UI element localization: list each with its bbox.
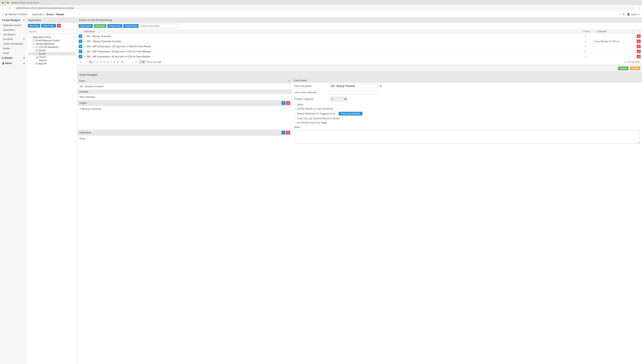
keep-last-checkbox[interactable]: ✓Keep Only Last Checked Record in Monito… bbox=[292, 116, 642, 120]
sidebar-item-job-streams[interactable]: Job Streams bbox=[0, 32, 26, 37]
schedule-section-header: Schedule bbox=[77, 90, 292, 94]
table-row[interactable]: ✎✔003 - WIP Outstanding > 120 days and >… bbox=[77, 44, 642, 49]
sidebar-item-eventpak[interactable]: EventPak▾ bbox=[0, 37, 26, 42]
pager-prev[interactable]: ‹ bbox=[85, 60, 87, 64]
app-search-input[interactable] bbox=[28, 30, 76, 34]
cancel-button[interactable]: Cancel bbox=[630, 66, 640, 70]
delete-icon[interactable]: ⊖ bbox=[637, 55, 641, 58]
table-row[interactable]: ✎✔004 - WIP Outstanding > 90 days and >=… bbox=[77, 49, 642, 54]
active-checkbox[interactable]: ✓Active bbox=[292, 102, 642, 107]
star-icon[interactable]: ☆ bbox=[638, 7, 640, 9]
sidebar-group-monitor[interactable]: 🖵 Monitor ▾ bbox=[0, 56, 26, 61]
url-field[interactable]: wolterskluwer.com/en-gb/solutions/softwa… bbox=[14, 6, 635, 10]
menu-icon[interactable]: ≡ bbox=[2, 13, 4, 16]
delete-icon[interactable]: ⊖ bbox=[637, 34, 641, 38]
add-schedule-link[interactable]: Add a Schedule bbox=[77, 94, 292, 100]
lookup-key-input[interactable] bbox=[330, 90, 378, 94]
expand-icon[interactable]: ⤢ bbox=[618, 13, 620, 16]
table-row[interactable]: ✎✔001 - Missing Timesheet1⊖ bbox=[77, 34, 642, 39]
trigger-item[interactable]: ⟳ Missing Timesheets bbox=[77, 106, 292, 112]
sidebar-group-event-designer[interactable]: ✎ Event Designer ▾ bbox=[0, 18, 26, 23]
tree-item-events[interactable]: ⚡Events bbox=[28, 52, 76, 56]
sidebar-item-application-events[interactable]: Application Events bbox=[0, 23, 26, 28]
user-menu[interactable]: 👤 admin ▾ bbox=[627, 13, 640, 16]
crumb-event[interactable]: Event bbox=[47, 13, 54, 16]
tree-item-reports[interactable]: 📄Reports bbox=[28, 59, 76, 62]
table-row[interactable]: ✎✔002. - Missing Timesheet Summary5Every… bbox=[77, 39, 642, 44]
new-app-button[interactable]: New App bbox=[28, 24, 40, 28]
notes-textarea[interactable] bbox=[294, 130, 640, 144]
pager-page[interactable]: 10 bbox=[120, 60, 124, 64]
remove-trigger-button[interactable]: ✕ bbox=[286, 101, 290, 105]
tree-item-cch-kpi[interactable]: ▾🖵CCH KPI Monitoring bbox=[28, 46, 76, 49]
settings-icon[interactable]: ⚙ bbox=[622, 13, 625, 16]
pager-page[interactable]: 4 bbox=[99, 60, 103, 64]
pager-page[interactable]: 6 bbox=[106, 60, 109, 64]
browser-tab-title[interactable]: Wolters Kluwer Tax & Accou... bbox=[12, 2, 41, 4]
deliverable-item[interactable]: Email bbox=[77, 136, 292, 142]
pager-page[interactable]: ... bbox=[124, 60, 128, 64]
delete-icon[interactable]: ⊖ bbox=[637, 44, 641, 48]
show-tracked-button[interactable]: Show tracked items bbox=[339, 112, 362, 116]
delete-app-button[interactable]: ✕ bbox=[57, 24, 61, 28]
pager-page[interactable]: 3 bbox=[96, 60, 99, 64]
sidebar-item-vendor-id[interactable]: Vendor Identification bbox=[0, 42, 26, 46]
pager-page[interactable]: 9 bbox=[116, 60, 120, 64]
edit-icon[interactable]: ✎ bbox=[79, 44, 82, 48]
forward-icon[interactable]: → bbox=[5, 7, 8, 9]
event-search-input[interactable] bbox=[140, 24, 179, 28]
repeat-notification-checkbox[interactable]: ✓Repeat Notification for Triggered Items… bbox=[292, 111, 642, 116]
tree-item-sample-app[interactable]: 🖵Sample Application bbox=[28, 42, 76, 46]
pager-page[interactable]: 1 bbox=[89, 60, 92, 64]
update-button[interactable]: Update bbox=[618, 66, 628, 70]
edit-icon[interactable]: ✎ bbox=[79, 40, 82, 43]
delete-icon[interactable]: ⊖ bbox=[637, 40, 641, 43]
pager-next[interactable]: › bbox=[130, 60, 133, 64]
copy-event-button[interactable]: Copy Event bbox=[107, 24, 123, 28]
col-description[interactable]: Description bbox=[84, 30, 576, 33]
new-folder-button[interactable]: New Folder bbox=[41, 24, 56, 28]
page-size-select[interactable]: 5 bbox=[139, 60, 145, 64]
edit-icon[interactable]: ✎ bbox=[79, 55, 82, 58]
add-deliverable-button[interactable]: + bbox=[281, 131, 285, 134]
sidebar-item-install[interactable]: Install bbox=[0, 51, 26, 56]
table-row[interactable]: ✎✔005 - WIP Outstanding > 90 days and >=… bbox=[77, 54, 642, 59]
pager-last[interactable]: ⇥ bbox=[134, 60, 138, 64]
clear-icon[interactable]: ⊗ bbox=[380, 85, 381, 87]
pager-first[interactable]: ⇤ bbox=[79, 60, 83, 64]
tree-item-queries[interactable]: ⚙Queries bbox=[28, 49, 76, 52]
sidebar-item-builder[interactable]: Builder bbox=[0, 46, 26, 51]
run-now-button[interactable]: Run Now bbox=[94, 24, 106, 28]
delete-icon[interactable]: ⊖ bbox=[637, 50, 641, 53]
tree-item-email-response[interactable]: 🖵Email Response System bbox=[28, 39, 76, 42]
sidebar-item-subscribers[interactable]: Subscribers bbox=[0, 28, 26, 32]
pager-page[interactable]: 2 bbox=[92, 60, 96, 64]
add-trigger-button[interactable]: + bbox=[281, 101, 285, 105]
designer-title: Event Designer bbox=[77, 72, 642, 78]
edit-icon[interactable]: ✎ bbox=[79, 50, 82, 53]
include-reports-checkbox[interactable]: ✓Include Reports on Copy Operations bbox=[292, 107, 642, 111]
lookup-label: Look up Key (optional): bbox=[294, 91, 330, 94]
browser-tab-bar: Wolters Kluwer Tax & Accou... bbox=[0, 0, 642, 5]
sidebar-group-admin[interactable]: 👤 Admin ▾ bbox=[0, 61, 26, 66]
edit-icon[interactable]: ✎ bbox=[79, 34, 82, 38]
pager-page[interactable]: 7 bbox=[109, 60, 113, 64]
tree-item-webapi[interactable]: ⚙Web API bbox=[28, 62, 76, 66]
triggers-section-header: Triggers + ✕ bbox=[77, 100, 292, 106]
pager-page[interactable]: 8 bbox=[113, 60, 116, 64]
back-icon[interactable]: ← bbox=[2, 7, 4, 9]
check-icon: ✔ bbox=[84, 55, 86, 58]
paste-event-button[interactable]: Paste Event bbox=[123, 24, 139, 28]
col-priority[interactable]: Priority bbox=[583, 30, 590, 33]
crumb-app[interactable]: Application bbox=[32, 13, 44, 16]
tree-root[interactable]: ▾Application Events bbox=[28, 36, 76, 39]
remove-deliverable-button[interactable]: ✕ bbox=[286, 131, 290, 134]
new-event-button[interactable]: New Event bbox=[79, 24, 93, 28]
use-all-rows-checkbox[interactable]: ○Use All Rows from First Trigger bbox=[292, 120, 642, 125]
pager-page[interactable]: 5 bbox=[103, 60, 106, 64]
col-schedule[interactable]: Schedule bbox=[597, 30, 606, 33]
reload-icon[interactable]: ⟳ bbox=[9, 7, 11, 9]
tree-item-charts[interactable]: 📊Charts bbox=[28, 56, 76, 59]
priority-select[interactable]: 1 bbox=[330, 97, 347, 102]
event-description-input[interactable] bbox=[330, 84, 378, 88]
